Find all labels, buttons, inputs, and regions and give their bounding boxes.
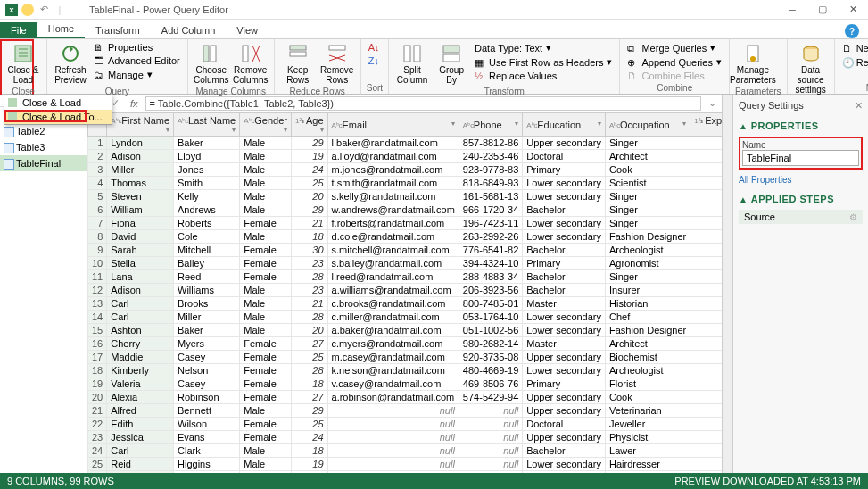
cell[interactable]: Lower secondary (523, 458, 606, 471)
cell[interactable]: Historian (606, 297, 690, 311)
cell[interactable]: 18 (291, 230, 327, 244)
cell[interactable]: 8 (690, 137, 722, 150)
cell[interactable]: Singer (606, 217, 690, 230)
cell[interactable]: 6 (690, 444, 722, 458)
cell[interactable]: Carl (107, 311, 174, 324)
table-row[interactable]: 12AdisonWilliamsMale23a.williams@randatm… (88, 284, 723, 297)
cell[interactable]: 15 (88, 324, 107, 337)
properties-button[interactable]: 🗎Properties (92, 41, 182, 54)
close-window-button[interactable]: ✕ (838, 0, 868, 20)
cell[interactable]: 7 (88, 217, 107, 230)
remove-rows-button[interactable]: Remove Rows (319, 41, 355, 87)
cell[interactable]: 20 (291, 324, 327, 337)
cell[interactable]: Maddie (107, 351, 174, 364)
cell[interactable]: Male (240, 324, 292, 337)
cell[interactable]: Higgins (174, 458, 240, 471)
new-source-button[interactable]: 🗋New Source ▾ (840, 41, 868, 54)
sort-asc-button[interactable]: A↓ (367, 41, 382, 54)
cell[interactable]: Carl (107, 297, 174, 311)
append-queries-button[interactable]: ⊕Append Queries ▾ (625, 55, 723, 69)
cell[interactable]: Female (240, 471, 292, 473)
cell[interactable]: Male (240, 203, 292, 217)
cell[interactable]: 13 (690, 203, 722, 217)
cell[interactable]: 3 (690, 351, 722, 364)
cell[interactable]: m.casey@randatmail.com (327, 351, 459, 364)
cell[interactable]: Robinson (174, 391, 240, 404)
cell[interactable]: Female (240, 418, 292, 431)
cell[interactable]: Fashion Designer (606, 230, 690, 244)
cell[interactable]: Singer (606, 203, 690, 217)
cell[interactable]: 4 (88, 177, 107, 190)
cell[interactable]: Upper secondary (523, 351, 606, 364)
cell[interactable]: 17 (88, 351, 107, 364)
cell[interactable]: Bachelor (523, 203, 606, 217)
cell[interactable]: Male (240, 458, 292, 471)
column-header[interactable]: AᵇcEmail▾ (327, 113, 459, 137)
table-row[interactable]: 5StevenKellyMale20s.kelly@randatmail.com… (88, 190, 723, 203)
cell[interactable]: null (327, 418, 459, 431)
cell[interactable]: a.lloyd@randatmail.com (327, 150, 459, 163)
cell[interactable]: 966-1720-34 (459, 203, 522, 217)
cell[interactable]: Doctoral (523, 150, 606, 163)
cell[interactable]: 21 (291, 217, 327, 230)
cell[interactable]: Female (240, 270, 292, 284)
cell[interactable]: Reid (107, 458, 174, 471)
cell[interactable]: 25 (291, 418, 327, 431)
cell[interactable]: Reed (174, 270, 240, 284)
cell[interactable]: 3 (690, 257, 722, 270)
cell[interactable]: Male (240, 163, 292, 177)
cell[interactable]: 053-1764-10 (459, 311, 522, 324)
cell[interactable]: Lower secondary (523, 471, 606, 473)
cell[interactable]: 23 (88, 431, 107, 444)
sort-desc-button[interactable]: Z↓ (367, 54, 382, 67)
column-header[interactable]: AᵇcFirst Name▾ (107, 113, 174, 137)
cell[interactable]: 1 (690, 337, 722, 351)
cell[interactable]: 18 (291, 444, 327, 458)
column-header[interactable]: AᵇcGender▾ (240, 113, 292, 137)
cell[interactable]: Miller (107, 163, 174, 177)
cell[interactable]: 24 (88, 444, 107, 458)
cell[interactable]: Lawer (606, 444, 690, 458)
cell[interactable]: a.baker@randatmail.com (327, 324, 459, 337)
column-header[interactable]: AᵇcPhone▾ (459, 113, 522, 137)
cell[interactable]: Cook (606, 163, 690, 177)
remove-columns-button[interactable]: Remove Columns (233, 41, 269, 87)
cell[interactable]: 776-6541-82 (459, 244, 522, 257)
cell[interactable]: Bachelor (523, 284, 606, 297)
table-row[interactable]: 1LyndonBakerMale29l.baker@randatmail.com… (88, 137, 723, 150)
cell[interactable]: Miller (174, 311, 240, 324)
cell[interactable]: 7 (690, 458, 722, 471)
cell[interactable]: 19 (88, 377, 107, 391)
cell[interactable]: Alfred (107, 404, 174, 418)
cell[interactable]: Primary (523, 163, 606, 177)
cell[interactable]: null (327, 471, 459, 473)
cell[interactable]: Bachelor (523, 444, 606, 458)
cell[interactable]: 0 (690, 217, 722, 230)
tab-home[interactable]: Home (37, 21, 85, 38)
cell[interactable]: k.nelson@randatmail.com (327, 364, 459, 377)
table-row[interactable]: 7FionaRobertsFemale21f.roberts@randatmai… (88, 217, 723, 230)
cell[interactable]: 10 (690, 297, 722, 311)
cell[interactable]: Male (240, 284, 292, 297)
cell[interactable]: 161-5681-13 (459, 190, 522, 203)
cell[interactable]: 13 (88, 297, 107, 311)
cell[interactable]: 29 (291, 404, 327, 418)
save-icon[interactable] (21, 4, 34, 16)
cell[interactable]: 3 (690, 404, 722, 418)
cell[interactable]: Steven (107, 190, 174, 203)
cell[interactable]: Carl (107, 444, 174, 458)
cell[interactable]: 20 (291, 190, 327, 203)
settings-close-icon[interactable]: ✕ (855, 100, 863, 112)
cell[interactable]: 980-2682-14 (459, 337, 522, 351)
table-row[interactable]: 14CarlMillerMale28c.miller@randatmail.co… (88, 311, 723, 324)
cell[interactable]: 13 (690, 324, 722, 337)
cell[interactable]: m.jones@randatmail.com (327, 163, 459, 177)
cell[interactable]: null (327, 431, 459, 444)
cell[interactable]: Clark (174, 444, 240, 458)
dropdown-item-close-load[interactable]: Close & Load (4, 95, 112, 110)
cell[interactable]: Lower secondary (523, 364, 606, 377)
cell[interactable]: null (459, 431, 522, 444)
manage-parameters-button[interactable]: Manage Parameters (735, 41, 771, 87)
cell[interactable]: null (327, 444, 459, 458)
all-properties-link[interactable]: All Properties (739, 175, 863, 185)
